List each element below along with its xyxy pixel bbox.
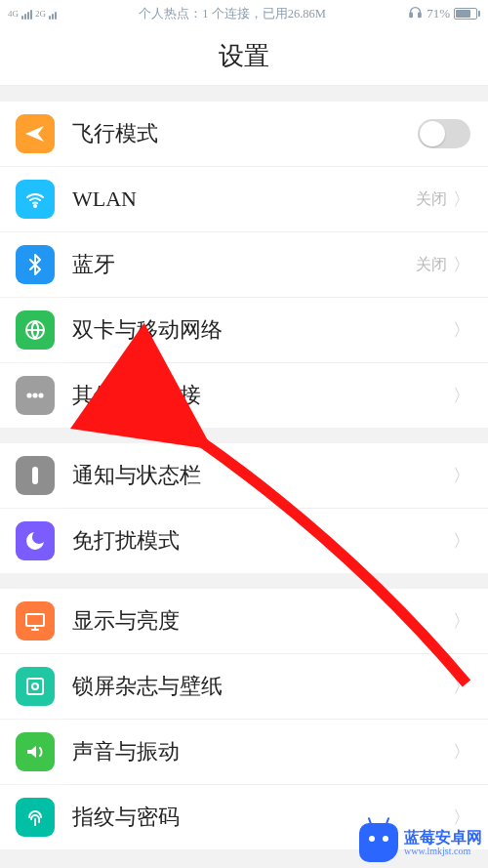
row-label: 显示与亮度 [72,606,453,636]
wifi-icon [16,180,55,219]
row-label: 蓝牙 [72,250,416,279]
globe-icon [16,310,55,350]
airplane-icon [16,114,55,153]
dots-icon [16,376,55,415]
chevron-right-icon: 〉 [453,675,470,698]
settings-row-dnd[interactable]: 免打扰模式〉 [0,509,488,573]
status-right: 71% [408,5,480,23]
watermark-url: www.lmkjst.com [404,846,482,856]
settings-row-bluetooth[interactable]: 蓝牙关闭〉 [0,232,488,297]
status-left: 4G 2G [8,8,57,20]
chevron-right-icon: 〉 [453,609,470,633]
row-label: 锁屏杂志与壁纸 [72,672,453,701]
chevron-right-icon: 〉 [453,318,470,342]
settings-row-wifi[interactable]: WLAN关闭〉 [0,167,488,231]
signal-bars-icon [21,8,32,20]
headphone-icon [408,5,423,23]
lock-icon [16,667,55,706]
chevron-right-icon: 〉 [453,529,470,553]
page-title: 设置 [0,27,488,86]
signal-mode-label-2g: 2G [35,10,46,19]
chevron-right-icon: 〉 [453,253,470,276]
svg-rect-1 [419,13,422,17]
dnd-icon [16,521,55,560]
svg-point-10 [32,683,38,689]
row-label: 免打扰模式 [72,526,453,556]
toggle-switch[interactable] [418,119,470,148]
bluetooth-icon [16,245,55,284]
signal-mode-label-4g: 4G [8,10,19,19]
battery-icon [454,8,480,20]
row-label: 飞行模式 [72,119,418,148]
row-status: 关闭 [416,189,447,210]
row-label: 通知与状态栏 [72,461,453,490]
settings-row-dots[interactable]: 其他无线连接〉 [0,363,488,428]
row-label: 声音与振动 [72,737,453,766]
svg-point-2 [34,205,36,207]
settings-row-display[interactable]: 显示与亮度〉 [0,589,488,653]
row-status: 关闭 [416,255,447,275]
sound-icon [16,732,55,771]
status-bar: 4G 2G 个人热点：1 个连接，已用26.86M 71% [0,0,488,27]
display-icon [16,601,55,641]
watermark-brand: 蓝莓安卓网 [404,830,482,846]
row-label: WLAN [72,186,416,212]
watermark: 蓝莓安卓网 www.lmkjst.com [359,823,482,862]
chevron-right-icon: 〉 [453,187,470,211]
settings-row-lock[interactable]: 锁屏杂志与壁纸〉 [0,654,488,719]
svg-rect-0 [410,13,413,17]
chevron-right-icon: 〉 [453,740,470,764]
svg-point-6 [39,393,42,396]
finger-icon [16,798,55,837]
chevron-right-icon: 〉 [453,384,470,407]
svg-rect-9 [27,679,43,694]
svg-point-5 [33,393,36,396]
settings-row-airplane[interactable]: 飞行模式 [0,102,488,166]
signal-bars-icon-2 [49,8,57,20]
row-label: 其他无线连接 [72,381,453,410]
settings-list: 飞行模式WLAN关闭〉蓝牙关闭〉双卡与移动网络〉其他无线连接〉通知与状态栏〉免打… [0,86,488,849]
settings-row-sound[interactable]: 声音与振动〉 [0,720,488,784]
chevron-right-icon: 〉 [453,464,470,487]
svg-rect-8 [26,614,44,626]
status-hotspot-text: 个人热点：1 个连接，已用26.86M [57,6,408,22]
row-label: 双卡与移动网络 [72,315,453,345]
settings-row-globe[interactable]: 双卡与移动网络〉 [0,298,488,362]
battery-pct-label: 71% [427,6,450,21]
settings-row-notify[interactable]: 通知与状态栏〉 [0,443,488,508]
svg-rect-7 [32,467,38,484]
notify-icon [16,456,55,495]
watermark-logo-icon [359,823,398,862]
svg-point-4 [27,393,30,396]
